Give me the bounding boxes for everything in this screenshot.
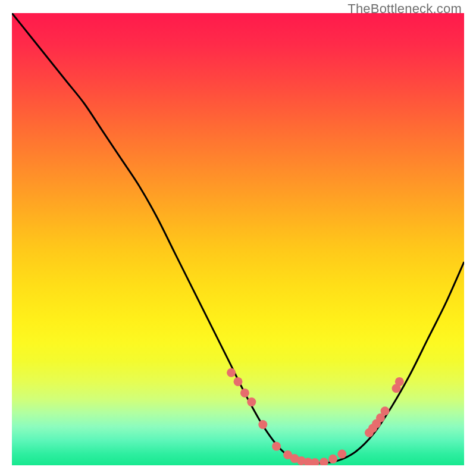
data-point xyxy=(328,455,337,464)
data-point xyxy=(240,389,249,397)
data-point xyxy=(247,397,256,406)
data-point xyxy=(395,377,404,386)
data-point xyxy=(272,442,281,451)
chart-container: TheBottleneck.com xyxy=(0,0,476,476)
data-point xyxy=(258,420,267,429)
data-point xyxy=(337,450,346,459)
data-point xyxy=(234,377,243,386)
data-point xyxy=(381,406,390,415)
plot-area xyxy=(12,13,464,465)
data-point xyxy=(227,368,236,377)
chart-svg xyxy=(12,13,464,465)
